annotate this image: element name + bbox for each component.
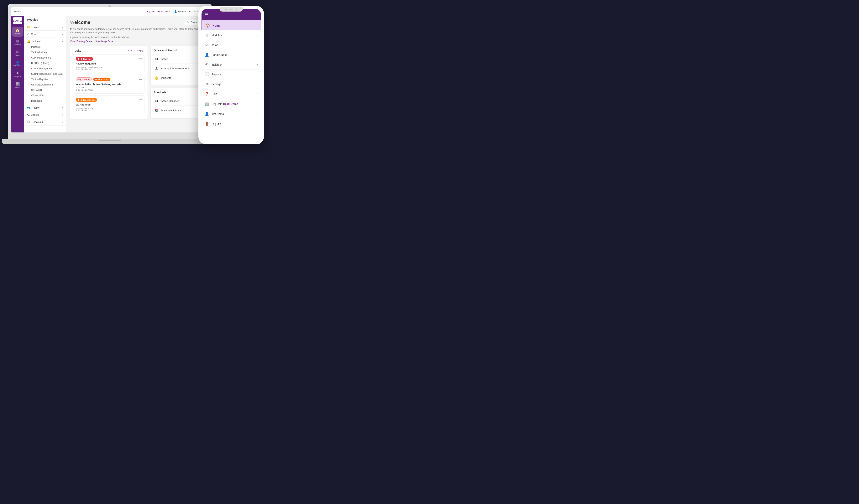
shortcuts-panel: Shortcuts ☑ Action Manager › 📚 Document … [151,88,205,118]
phone-modules-arrow: ▾ [257,34,258,36]
phone-menu-item-reports[interactable]: 📊 Reports [201,69,261,79]
subitem-osha-300a[interactable]: OSHA 300A [24,93,66,98]
phone-menu-item-modules[interactable]: ⊞ Modules ▾ [201,30,261,40]
phone-org-unit[interactable]: 🏢 Org Unit: Head Office [201,99,261,109]
right-panel: Quick Add Record ☑ Action ＋ ⚠ Activity R… [151,46,205,119]
phone-menu-item-help[interactable]: ❓ Help ▾ [201,89,261,99]
incident-icon: 🔔 [27,40,30,43]
quick-add-title: Quick Add Record [154,49,201,52]
subitem-claims[interactable]: Claims Management [24,66,66,71]
project-label: Project [32,26,40,29]
action-manager-label: Action Manager [161,99,199,103]
sidebar-item-reports[interactable]: 📊 Reports [12,80,23,91]
task-card-2: High priority ⏰ Due today ••• se attach … [73,75,145,94]
module-group-assets-header[interactable]: 🏗 Assets ▾ [24,112,66,118]
phone-menu-item-insights[interactable]: 👁 Insights+ ▾ [201,60,261,69]
phone-user[interactable]: 👤 Tim Demo ▾ [201,109,261,119]
subitem-osha-est[interactable]: OSHA Establishment [24,82,66,88]
hamburger-icon[interactable]: ☰ [205,12,208,17]
phone-speaker [225,9,227,10]
subitem-vehicle-register[interactable]: Vehicle Register [24,77,66,82]
insights-icon: 👁 [16,72,19,75]
video-training-link[interactable]: Video Training Centre [70,40,92,43]
phone-menu-item-settings[interactable]: ⚙ Settings ▾ [201,79,261,89]
incident-arrow: ▴ [62,40,63,42]
phone-menu-item-portal-queue[interactable]: 👤 Portal Queue [201,50,261,60]
task-card-2-header: High priority ⏰ Due today ••• [76,77,142,81]
subitem-vehicle-incident[interactable]: Vehicle Incident [24,50,66,55]
sidebar-item-insights[interactable]: 👁 Insights+ [12,70,23,80]
module-group-incident-header[interactable]: 🔔 Incident ▴ [24,38,66,44]
risk-arrow: ▾ [62,33,63,35]
task-2-badge-label: High priority [77,78,90,80]
view-all-label: View 11 Task(s) [127,49,143,52]
evotix-logo[interactable]: EVOTIX [13,17,22,24]
module-group-behaviour-header[interactable]: 📋 Behaviour ▾ [24,119,66,125]
task-1-badge: ⏰ 3 days late [76,57,93,61]
org-unit-value[interactable]: Head Office [157,10,170,13]
welcome-guidance: d guidance in using the system please us… [70,35,205,39]
module-group-project: 📁 Project ▾ [24,23,66,31]
sidebar-item-home[interactable]: 🏠 Home [12,27,23,36]
view-all-tasks-link[interactable]: View 11 Task(s) › [127,49,145,52]
phone-shell: ☰ 🏠 Home ⊞ Modules ▾ ☑ Tasks ▾ [198,6,264,144]
task-2-badge-high: High priority [76,77,92,81]
assets-arrow: ▾ [62,114,63,116]
subitem-riddor[interactable]: RIDDOR (F2508) [24,61,66,66]
sidebar-label-modules: Modules [14,43,20,45]
sidebar-item-tasks[interactable]: ☑ Tasks [12,48,23,58]
quick-add-incident[interactable]: 🔔 Incidents ＋ [154,73,201,82]
phone-insights-label: Insights+ [212,63,254,66]
module-group-project-header[interactable]: 📁 Project ▾ [24,24,66,30]
behaviour-arrow: ▾ [62,121,63,123]
phone-menu-item-home[interactable]: 🏠 Home [201,20,261,30]
subitem-incidents[interactable]: Incidents [24,44,66,50]
doc-library-label: Document Library [161,109,199,112]
assets-icon: 🏗 [27,113,30,116]
shortcut-action-manager[interactable]: ☑ Action Manager › [154,96,201,106]
task-3-menu[interactable]: ••• [139,98,142,101]
phone-sensor [236,9,237,10]
phone-screen: ☰ 🏠 Home ⊞ Modules ▾ ☑ Tasks ▾ [201,9,261,141]
risk-add-icon: ⚠ [154,66,159,71]
phone-menu-item-tasks[interactable]: ☑ Tasks ▾ [201,40,261,50]
clock-icon-1: ⏰ [77,58,80,60]
phone-logout[interactable]: 🚪 Log Out [201,119,261,129]
subitem-case-management[interactable]: Case Management [24,55,66,61]
knowledge-base-link[interactable]: Knowledge Base [95,40,113,43]
shortcut-doc-library[interactable]: 📚 Document Library › [154,106,201,115]
task-2-subtitle: send to me [76,86,142,89]
user-menu[interactable]: 👤 Tim Demo ▾ [174,10,190,13]
task-2-menu[interactable]: ••• [139,78,142,81]
sidebar-item-modules[interactable]: ⊞ Modules [12,37,23,47]
tasks-title: Tasks [73,49,81,52]
sidebar-label-reports: Reports [15,86,20,88]
tasks-header: Tasks View 11 Task(s) › [73,49,145,52]
phone-insights-arrow: ▾ [257,63,258,66]
action-icon: ☑ [154,56,159,62]
welcome-title: Welcome [70,20,90,25]
risk-label: Risk [31,33,36,36]
task-1-menu[interactable]: ••• [139,57,142,61]
module-group-assets: 🏗 Assets ▾ [24,111,66,119]
subitem-headcount[interactable]: Submit Headcount/Hours Data [24,71,66,77]
tasks-panel: Tasks View 11 Task(s) › ⏰ [70,46,148,119]
subitem-dashboard[interactable]: Dashboard [24,98,66,104]
module-group-people-header[interactable]: 👥 People ▾ [24,105,66,111]
laptop-camera [109,5,110,7]
task-3-title: ew Required [76,103,142,106]
task-3-badge: ⏰ 1 day until due [76,98,97,101]
quick-add-action[interactable]: ☑ Action ＋ [154,54,201,64]
user-name: Tim Demo [178,10,189,13]
phone-user-icon: 👤 [205,112,209,116]
module-group-risk-header[interactable]: ⚠ Risk ▾ [24,31,66,37]
quick-add-risk[interactable]: ⚠ Activity Risk Assessment ＋ [154,64,201,73]
phone-reports-icon: 📊 [205,72,209,76]
sidebar-item-portal-queue[interactable]: 👤 Portal Queue [12,59,23,69]
top-bar-right: Org Unit: Head Office 👤 Tim Demo ▾ ⚙ Set… [146,10,205,13]
subitem-osha-301[interactable]: OSHA 301 [24,88,66,93]
phone-user-name: Tim Demo [212,112,254,115]
user-chevron: ▾ [189,10,190,13]
clock-icon-2: ⏰ [95,78,97,81]
task-1-badge-label: 3 days late [81,58,91,60]
